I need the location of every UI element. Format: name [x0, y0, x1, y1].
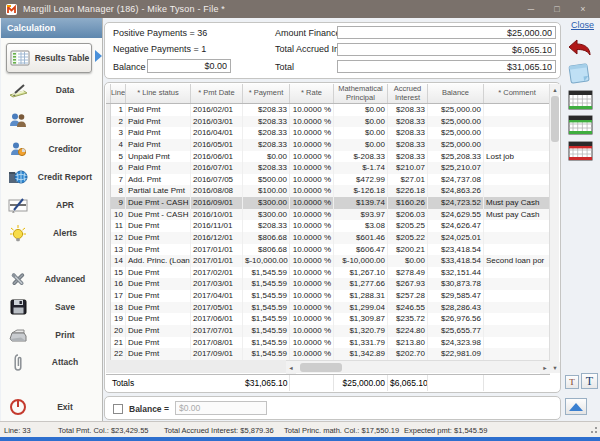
balance-filter-checkbox[interactable]: [113, 404, 123, 414]
apr-icon: [5, 198, 31, 213]
table-row[interactable]: 17Due Pmt2017/04/01$1,545.5910.0000 %$1,…: [106, 290, 550, 302]
table-row[interactable]: 13Due Pmt2017/01/01$806.6810.0000 %$606.…: [106, 244, 550, 256]
cell-balance: $25,655.77: [428, 325, 484, 337]
scroll-right-icon[interactable]: ►: [540, 361, 550, 374]
table-row[interactable]: 14Add. Princ. (Loan2017/01/01$-10,000.00…: [106, 255, 550, 267]
total-input[interactable]: [337, 60, 556, 73]
cell-date: 2017/07/01: [191, 325, 243, 337]
table-row[interactable]: 10Due Pmt - CASH2016/10/01$300.0010.0000…: [106, 209, 550, 221]
cell-status: Due Pmt: [126, 220, 191, 232]
cell-line: 5: [111, 151, 126, 163]
resize-grip[interactable]: [595, 431, 597, 433]
table-row[interactable]: 20Due Pmt2017/07/01$1,545.5910.0000 %$1,…: [106, 325, 550, 337]
column-header-rate[interactable]: * Rate: [290, 84, 334, 103]
scroll-left-icon[interactable]: ◄: [286, 361, 296, 374]
schedule-green-icon[interactable]: [568, 90, 593, 110]
cell-interest: $205.22: [388, 232, 428, 244]
sidebar-item-alerts[interactable]: Alerts: [5, 219, 99, 247]
totals-comment-empty: [484, 375, 550, 391]
sidebar-item-apr[interactable]: APR: [5, 191, 99, 219]
table-row[interactable]: 22Due Pmt2017/09/01$1,545.5910.0000 %$1,…: [106, 348, 550, 360]
column-header-balance[interactable]: Balance: [428, 84, 484, 103]
collapse-panel-button[interactable]: [565, 398, 587, 415]
minimize-button[interactable]: ─: [518, 0, 544, 18]
results-grid-panel: Line * Line status * Pmt Date * Payment …: [104, 82, 561, 393]
cell-comment: Second loan por: [484, 255, 550, 267]
undo-icon[interactable]: [566, 38, 592, 58]
column-header-payment[interactable]: * Payment: [243, 84, 290, 103]
cell-line: 20: [111, 325, 126, 337]
amount-financed-input[interactable]: [337, 26, 556, 39]
cell-balance: $32,151.44: [428, 267, 484, 279]
cell-payment: $1,545.59: [243, 325, 290, 337]
column-header-line[interactable]: Line: [111, 84, 126, 103]
table-row[interactable]: 21Due Pmt2017/08/01$1,545.5910.0000 %$1,…: [106, 337, 550, 349]
totals-large-button[interactable]: T: [581, 373, 598, 389]
totals-balance-empty: [428, 375, 484, 391]
sidebar-item-data[interactable]: Data: [5, 76, 99, 104]
cell-line: 12: [111, 232, 126, 244]
sidebar-item-save[interactable]: Save: [5, 293, 99, 321]
table-row[interactable]: 18Due Pmt2017/05/01$1,545.5910.0000 %$1,…: [106, 302, 550, 314]
cell-principal: $0.00: [334, 104, 388, 116]
table-row[interactable]: 8Partial Late Pmt2016/08/08$100.0010.000…: [106, 185, 550, 197]
sidebar-item-advanced[interactable]: Advanced: [5, 265, 99, 293]
scroll-up-icon[interactable]: ▲: [550, 84, 560, 95]
column-header-mathematical-principal[interactable]: Mathematical Principal: [334, 84, 388, 103]
cell-principal: $-1.74: [334, 162, 388, 174]
cell-line: 8: [111, 185, 126, 197]
balance-filter-input[interactable]: [175, 401, 267, 415]
cell-date: 2017/04/01: [191, 290, 243, 302]
vertical-scrollbar[interactable]: ▲ ▼: [549, 84, 559, 373]
horizontal-scrollbar[interactable]: ◄ ►: [286, 360, 550, 373]
table-row[interactable]: 3Paid Pmt2016/04/01$208.3310.0000 %$0.00…: [106, 127, 550, 139]
notepad-icon[interactable]: [567, 62, 592, 85]
cell-line: 13: [111, 244, 126, 256]
cell-date: 2016/04/01: [191, 127, 243, 139]
table-row[interactable]: 16Due Pmt2017/03/01$1,545.5910.0000 %$1,…: [106, 278, 550, 290]
column-header-accrued-interest[interactable]: Accrued Interest: [388, 84, 428, 103]
sidebar-item-results-table[interactable]: Results Table: [6, 43, 92, 73]
balance-input[interactable]: [147, 59, 231, 73]
table-row[interactable]: 12Due Pmt2016/12/01$806.6810.0000 %$601.…: [106, 232, 550, 244]
table-row[interactable]: 6Paid Pmt2016/07/01$208.3310.0000 %$-1.7…: [106, 162, 550, 174]
cell-date: 2016/02/01: [191, 104, 243, 116]
balance-filter-label: Balance =: [129, 404, 169, 414]
cell-line: 2: [111, 116, 126, 128]
cell-principal: $139.74: [334, 197, 388, 209]
close-window-button[interactable]: ×: [570, 0, 596, 18]
vertical-scrollbar-thumb[interactable]: [551, 96, 559, 142]
sidebar-item-print[interactable]: Print: [5, 321, 99, 349]
sidebar-item-borrower[interactable]: Borrower: [5, 106, 99, 134]
cell-interest: $213.80: [388, 337, 428, 349]
table-row[interactable]: 4Paid Pmt2016/05/01$208.3310.0000 %$0.00…: [106, 139, 550, 151]
close-link[interactable]: Close: [571, 20, 594, 30]
total-accrued-interest-input[interactable]: [337, 43, 556, 56]
column-header-line-status[interactable]: * Line status: [126, 84, 191, 103]
maximize-button[interactable]: □: [544, 0, 570, 18]
table-row[interactable]: 7Add. Pmt2016/07/05$500.0010.0000 %$472.…: [106, 174, 550, 186]
horizontal-scrollbar-thumb[interactable]: [300, 363, 342, 372]
table-row[interactable]: 9Due Pmt - CASH2016/09/01$300.0010.0000 …: [106, 197, 550, 209]
cell-comment: [484, 278, 550, 290]
sidebar-item-attach[interactable]: Attach: [5, 348, 99, 376]
table-row[interactable]: 11Due Pmt2016/11/01$208.3310.0000 %$3.08…: [106, 220, 550, 232]
column-header-comment[interactable]: * Comment: [484, 84, 550, 103]
schedule-green-stripes-icon[interactable]: [568, 115, 593, 135]
balance-filter-panel: Balance =: [104, 396, 561, 420]
status-expected-pmt: Expected pmt: $1,545.59: [404, 426, 487, 435]
table-row[interactable]: 2Paid Pmt2016/03/01$208.3310.0000 %$0.00…: [106, 116, 550, 128]
table-row[interactable]: 15Due Pmt2017/02/01$1,545.5910.0000 %$1,…: [106, 267, 550, 279]
cell-status: Due Pmt: [126, 313, 191, 325]
table-row[interactable]: 5Unpaid Pmt2016/06/01$0.0010.0000 %$-208…: [106, 151, 550, 163]
column-header-pmt-date[interactable]: * Pmt Date: [191, 84, 243, 103]
schedule-red-stripes-icon[interactable]: [568, 141, 593, 161]
totals-row: Totals $31,065.10 $25,000.00 $6,065.10: [106, 374, 550, 391]
totals-small-button[interactable]: T: [565, 375, 579, 389]
table-row[interactable]: 1Paid Pmt2016/02/01$208.3310.0000 %$0.00…: [106, 104, 550, 116]
sidebar-item-creditor[interactable]: Creditor: [5, 135, 99, 163]
scroll-down-icon[interactable]: ▼: [550, 362, 560, 373]
sidebar-item-credit-report[interactable]: Credit Report: [5, 163, 99, 191]
sidebar-item-exit[interactable]: Exit: [5, 393, 99, 421]
table-row[interactable]: 19Due Pmt2017/06/01$1,545.5910.0000 %$1,…: [106, 313, 550, 325]
